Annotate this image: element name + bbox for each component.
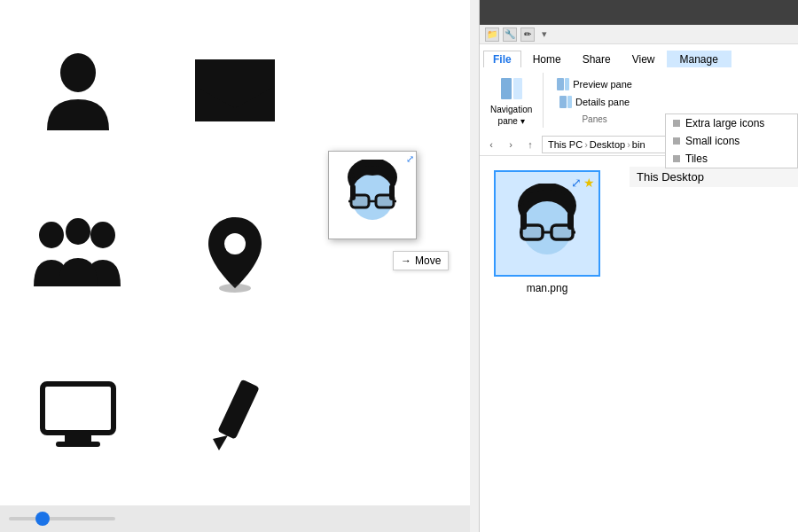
move-label: Move [415,254,441,267]
man-face-file-icon [507,184,587,263]
svg-point-7 [219,284,251,293]
nav-pane-icon [497,74,526,103]
qat-dropdown[interactable]: ▾ [542,28,547,40]
tab-share[interactable]: Share [573,51,621,67]
details-pane-btn[interactable]: Details pane [557,95,632,109]
svg-point-5 [66,218,90,245]
ribbon-tabs: File Home Share View Manage [480,44,798,67]
file-icon-wrapper: ⤢ ★ [494,170,600,277]
svg-rect-9 [65,434,91,442]
drag-corner-badge: ⤢ [406,153,414,165]
sep1: › [584,139,588,150]
mail-icon-cell [182,46,288,135]
file-icon-badge: ⤢ ★ [571,176,595,190]
svg-rect-10 [56,442,100,447]
svg-rect-26 [557,78,564,90]
view-dot [673,120,680,127]
empty-cell-r3c3 [339,371,445,459]
tab-home[interactable]: Home [523,51,571,67]
svg-rect-8 [43,384,113,433]
path-desktop: Desktop [590,139,625,150]
svg-rect-40 [553,227,571,238]
svg-rect-28 [559,96,567,108]
move-arrow: → [401,254,411,267]
ribbon-group-panes: Preview pane Details pane Panes [554,77,642,124]
slider-bar [0,505,470,532]
view-dot2 [673,137,680,145]
panes-section-label: Panes [582,114,606,124]
view-dot3 [673,155,680,162]
badge-star: ★ [583,176,595,190]
properties-icon[interactable]: 🔧 [503,27,517,42]
preview-pane-btn[interactable]: Preview pane [554,77,635,91]
file-explorer: 📁 🔧 ✏ ▾ File Home Share View Manage Navi… [479,0,798,532]
up-btn[interactable]: ↑ [522,137,538,153]
svg-marker-12 [213,435,228,450]
svg-rect-11 [217,379,259,440]
path-this-pc: This PC [548,139,583,150]
monitor-icon [38,379,118,450]
location-icon [204,213,266,293]
mail-icon [195,59,275,121]
pencil-icon-cell [182,371,288,459]
group-icon-cell [25,208,131,297]
badge-arrow: ⤢ [571,176,582,190]
nav-pane-label: Navigation [490,105,532,114]
view-option-small[interactable]: Small icons [666,132,797,150]
tab-view[interactable]: View [622,51,665,67]
monitor-icon-cell [25,371,131,459]
slider-track[interactable] [9,517,115,520]
svg-rect-27 [565,78,569,90]
person-icon [43,51,113,130]
svg-point-0 [60,53,96,92]
sep2: › [627,139,630,150]
file-name: man.png [527,282,568,294]
view-options-panel: Extra large icons Small icons Tiles [665,113,798,168]
dragging-icon[interactable]: ⤢ [328,151,417,239]
details-pane-label: Details pane [575,97,630,107]
svg-rect-24 [501,78,512,99]
svg-rect-22 [352,196,368,207]
explorer-titlebar [480,0,798,25]
tab-manage[interactable]: Manage [667,51,732,67]
man-face-placeholder [339,46,445,135]
svg-rect-25 [513,78,522,99]
svg-point-3 [39,222,64,248]
svg-rect-29 [567,96,572,108]
svg-point-4 [90,222,115,248]
group-icon [34,217,122,288]
file-content: ⤢ ★ man.png [480,156,798,532]
slider-thumb[interactable] [35,512,50,526]
man-face-icon [337,160,408,231]
svg-rect-39 [523,227,541,238]
location-icon-cell [182,208,288,297]
folder-icon[interactable]: 📁 [485,27,499,42]
pencil-icon [200,375,270,455]
forward-btn[interactable]: › [503,137,519,153]
ribbon-toolbar: 📁 🔧 ✏ ▾ [480,25,798,44]
ribbon-group-nav: Navigation pane ▾ [487,73,544,128]
svg-rect-23 [377,196,393,207]
move-tooltip: → Move [393,251,449,270]
svg-point-6 [224,233,246,254]
view-option-tiles[interactable]: Tiles [666,150,797,168]
this-desktop-label: This Desktop [630,167,798,187]
navigation-pane-btn[interactable]: Navigation pane ▾ [487,73,536,128]
rename-icon[interactable]: ✏ [520,27,535,42]
tab-file[interactable]: File [483,51,521,67]
person-icon-cell [25,46,131,135]
back-btn[interactable]: ‹ [483,137,499,153]
view-option-extra-large[interactable]: Extra large icons [666,114,797,132]
file-icon-container[interactable]: ⤢ ★ man.png [494,170,600,294]
preview-pane-label: Preview pane [573,79,632,90]
nav-pane-label2: pane ▾ [498,116,525,126]
path-bin: bin [632,139,645,150]
